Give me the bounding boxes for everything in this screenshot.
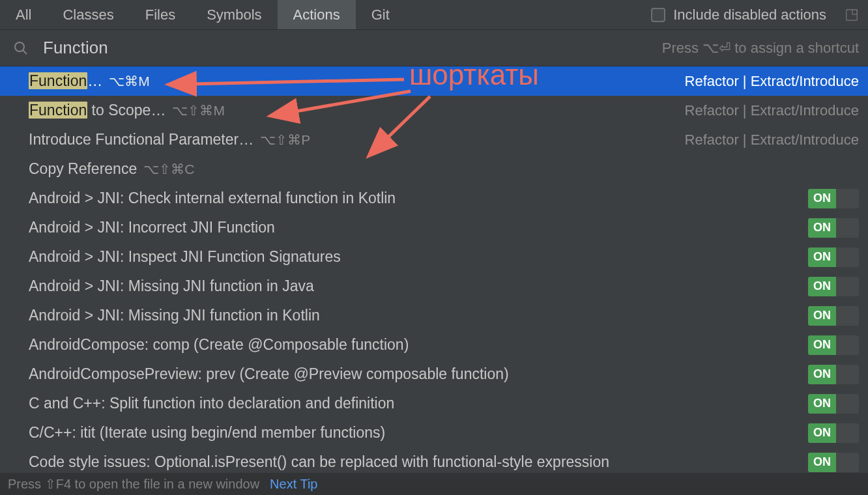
result-left: C and C++: Split function into declarati… [29, 395, 808, 412]
svg-line-3 [23, 50, 27, 54]
result-row[interactable]: Android > JNI: Missing JNI function in K… [0, 301, 868, 330]
result-toggle[interactable]: ON [808, 306, 859, 326]
result-toggle[interactable]: ON [808, 189, 859, 208]
search-icon [13, 40, 29, 56]
result-row[interactable]: C/C++: itit (Iterate using begin/end mem… [0, 418, 868, 447]
result-label: Android > JNI: Missing JNI function in J… [29, 277, 314, 295]
tab-classes[interactable]: Classes [47, 0, 129, 29]
result-left: Android > JNI: Missing JNI function in K… [29, 307, 808, 324]
result-toggle[interactable]: ON [808, 453, 859, 472]
results-list: Function…⌥⌘MRefactor | Extract/Introduce… [0, 66, 868, 473]
result-left: Android > JNI: Inspect JNI Function Sign… [29, 248, 808, 266]
result-row[interactable]: Android > JNI: Incorrect JNI FunctionON [0, 213, 868, 242]
tab-git[interactable]: Git [356, 0, 405, 29]
result-label: AndroidComposePreview: prev (Create @Pre… [29, 365, 509, 383]
result-row[interactable]: Android > JNI: Inspect JNI Function Sign… [0, 242, 868, 272]
result-category: Refactor | Extract/Introduce [685, 102, 859, 119]
result-toggle[interactable]: ON [808, 248, 859, 267]
result-label: Android > JNI: Check internal external f… [29, 190, 396, 207]
result-label: Code style issues: Optional.isPresent() … [29, 453, 609, 471]
include-disabled-wrap[interactable]: Include disabled actions [651, 7, 868, 23]
search-input[interactable] [43, 38, 662, 58]
footer-bar: Press ⇧F4 to open the file in a new wind… [0, 473, 868, 495]
result-row[interactable]: Function to Scope…⌥⇧⌘MRefactor | Extract… [0, 96, 868, 125]
result-row[interactable]: Copy Reference⌥⇧⌘C [0, 154, 868, 184]
svg-point-2 [15, 42, 24, 51]
result-label: Copy Reference [29, 160, 137, 178]
result-toggle[interactable]: ON [808, 335, 859, 355]
result-label: Android > JNI: Incorrect JNI Function [29, 219, 275, 236]
result-row[interactable]: Code style issues: Optional.isPresent() … [0, 447, 868, 473]
result-shortcut: ⌥⇧⌘C [143, 162, 194, 177]
result-left: Android > JNI: Incorrect JNI Function [29, 219, 808, 236]
result-left: Android > JNI: Missing JNI function in J… [29, 277, 808, 295]
result-toggle[interactable]: ON [808, 277, 859, 296]
result-toggle[interactable]: ON [808, 365, 859, 384]
assign-shortcut-hint: Press ⌥⏎ to assign a shortcut [662, 40, 859, 57]
result-shortcut: ⌥⌘M [109, 74, 150, 89]
result-shortcut: ⌥⇧⌘P [260, 132, 310, 148]
tabs-bar: All Classes Files Symbols Actions Git In… [0, 0, 868, 30]
result-row[interactable]: AndroidComposePreview: prev (Create @Pre… [0, 360, 868, 389]
result-left: Code style issues: Optional.isPresent() … [29, 453, 808, 471]
result-label: Android > JNI: Missing JNI function in K… [29, 307, 320, 324]
result-shortcut: ⌥⇧⌘M [172, 103, 225, 119]
result-category: Refactor | Extract/Introduce [685, 73, 859, 90]
result-toggle[interactable]: ON [808, 394, 859, 414]
include-disabled-checkbox[interactable] [651, 8, 665, 22]
result-category: Refactor | Extract/Introduce [685, 132, 859, 148]
result-left: Function to Scope…⌥⇧⌘M [29, 102, 685, 119]
result-left: Function…⌥⌘M [29, 72, 685, 90]
result-left: Android > JNI: Check internal external f… [29, 190, 808, 207]
svg-rect-0 [846, 9, 858, 20]
tab-actions[interactable]: Actions [278, 0, 356, 29]
result-row[interactable]: Function…⌥⌘MRefactor | Extract/Introduce [0, 66, 868, 96]
tab-symbols[interactable]: Symbols [191, 0, 277, 29]
next-tip-link[interactable]: Next Tip [270, 477, 317, 492]
pin-icon[interactable] [845, 8, 859, 22]
result-left: C/C++: itit (Iterate using begin/end mem… [29, 424, 808, 442]
result-label: Function to Scope… [29, 102, 166, 119]
search-bar: Press ⌥⏎ to assign a shortcut [0, 30, 868, 66]
result-left: AndroidCompose: comp (Create @Composable… [29, 336, 808, 354]
result-toggle[interactable]: ON [808, 218, 859, 238]
result-row[interactable]: AndroidCompose: comp (Create @Composable… [0, 330, 868, 360]
result-row[interactable]: Introduce Functional Parameter…⌥⇧⌘PRefac… [0, 125, 868, 154]
tab-all[interactable]: All [0, 0, 47, 29]
tab-files[interactable]: Files [130, 0, 191, 29]
result-left: Copy Reference⌥⇧⌘C [29, 160, 859, 178]
result-label: AndroidCompose: comp (Create @Composable… [29, 336, 409, 354]
footer-text: Press ⇧F4 to open the file in a new wind… [8, 476, 259, 492]
result-row[interactable]: Android > JNI: Check internal external f… [0, 184, 868, 213]
include-disabled-label: Include disabled actions [673, 7, 826, 23]
svg-rect-1 [852, 9, 857, 14]
result-toggle[interactable]: ON [808, 423, 859, 443]
result-label: Function… [29, 72, 102, 90]
result-label: C/C++: itit (Iterate using begin/end mem… [29, 424, 385, 442]
result-label: Android > JNI: Inspect JNI Function Sign… [29, 248, 341, 266]
result-row[interactable]: Android > JNI: Missing JNI function in J… [0, 272, 868, 301]
result-label: C and C++: Split function into declarati… [29, 395, 394, 412]
result-label: Introduce Functional Parameter… [29, 131, 253, 148]
result-left: Introduce Functional Parameter…⌥⇧⌘P [29, 131, 685, 148]
result-row[interactable]: C and C++: Split function into declarati… [0, 389, 868, 418]
result-left: AndroidComposePreview: prev (Create @Pre… [29, 365, 808, 383]
